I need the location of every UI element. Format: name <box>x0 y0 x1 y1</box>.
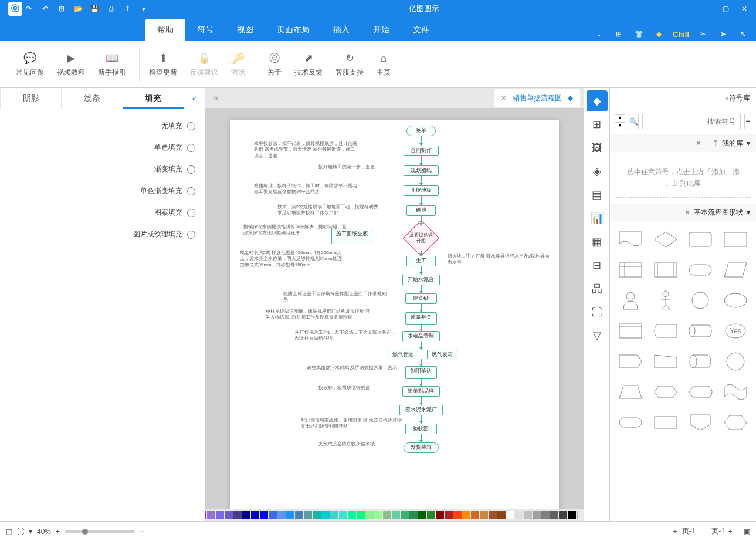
color-swatch[interactable] <box>383 511 391 519</box>
zoom-in[interactable]: + <box>56 528 60 536</box>
tool-text[interactable]: ▤ <box>587 184 608 205</box>
flow-node[interactable]: 验收图 <box>405 424 437 434</box>
flow-node[interactable]: 质量检查 <box>405 312 437 325</box>
color-swatch[interactable] <box>348 511 356 519</box>
color-swatch[interactable] <box>471 511 479 519</box>
flow-node[interactable]: 签单 <box>406 126 436 136</box>
color-swatch[interactable] <box>374 511 382 519</box>
shape-process[interactable] <box>721 227 750 252</box>
shape-circle[interactable] <box>686 288 716 313</box>
shape-card[interactable] <box>616 319 645 343</box>
color-swatch[interactable] <box>515 511 523 519</box>
tool-fill[interactable]: ◆ <box>587 90 608 111</box>
color-swatch[interactable] <box>489 511 497 519</box>
color-swatch[interactable] <box>321 511 330 519</box>
shape-predefined[interactable] <box>651 258 680 282</box>
color-swatch[interactable] <box>216 511 224 519</box>
flow-node[interactable]: 燃气表箱 <box>427 350 457 359</box>
color-swatch[interactable] <box>568 511 576 519</box>
ribbon-video[interactable]: ▶视频教程 <box>52 49 90 80</box>
grid-icon[interactable]: ⊞ <box>612 27 626 41</box>
flow-node[interactable]: 是否提供设计图 <box>408 225 434 251</box>
view-mode-icon[interactable]: ▣ <box>744 528 750 536</box>
pointer-icon[interactable]: ↖ <box>736 27 750 41</box>
shape-cylinder-h[interactable] <box>686 319 716 343</box>
search-button[interactable]: 🔍 <box>629 114 639 129</box>
color-swatch[interactable] <box>365 511 374 519</box>
tool-image[interactable]: 🖼 <box>587 137 608 158</box>
basic-toggle-icon[interactable]: ▾ <box>747 208 750 217</box>
chill-label[interactable]: Chill <box>674 27 688 41</box>
ribbon-faq[interactable]: 💬常见问题 <box>11 49 49 80</box>
color-swatch[interactable] <box>392 511 400 519</box>
flow-node[interactable]: 开始水泥台 <box>402 275 440 285</box>
color-swatch[interactable] <box>304 511 312 519</box>
fill-gradient[interactable]: 渐变填充 <box>6 158 199 180</box>
undo-icon[interactable]: ↶ <box>39 2 52 15</box>
fill-mono-gradient[interactable]: 单色渐变填充 <box>6 180 199 202</box>
color-swatch[interactable] <box>453 511 462 519</box>
flow-node[interactable]: 水电品管理 <box>402 331 440 341</box>
fill-solid[interactable]: 单色填充 <box>6 137 199 158</box>
color-swatch[interactable] <box>233 511 242 519</box>
export-icon[interactable]: ⤴ <box>121 2 134 15</box>
ribbon-update[interactable]: ⬆检查更新 <box>144 49 182 80</box>
search-up[interactable]: ▲ <box>615 114 625 121</box>
shape-hex[interactable] <box>721 410 750 435</box>
shape-document[interactable] <box>616 227 645 252</box>
color-swatch[interactable] <box>269 511 277 519</box>
shape-decision[interactable] <box>651 227 680 252</box>
shirt-icon[interactable]: 👕 <box>632 27 646 41</box>
color-swatch[interactable] <box>436 511 444 519</box>
color-swatch[interactable] <box>242 511 250 519</box>
print-icon[interactable]: ⎙ <box>104 2 117 15</box>
redo-icon[interactable]: ↷ <box>22 2 35 15</box>
color-swatch[interactable] <box>409 511 418 519</box>
color-swatch[interactable] <box>524 511 532 519</box>
shape-rect2[interactable] <box>651 410 680 435</box>
ribbon-activate[interactable]: 🔑激活 <box>226 49 250 80</box>
flow-node[interactable]: 规划图纸 <box>404 165 439 176</box>
new-icon[interactable]: ⊞ <box>55 2 68 15</box>
color-swatch[interactable] <box>533 511 541 519</box>
shape-yes[interactable]: Yes <box>721 319 750 343</box>
menu-insert[interactable]: 插入 <box>321 19 361 41</box>
shape-offpage[interactable] <box>686 410 716 435</box>
tool-expand[interactable]: ⛶ <box>587 302 608 323</box>
open-icon[interactable]: 📂 <box>72 2 84 15</box>
flow-node[interactable]: 合同制作 <box>404 146 439 156</box>
connector-icon[interactable]: ✂ <box>696 27 710 41</box>
flow-node[interactable]: 挖宽砂 <box>405 293 437 304</box>
shape-trap[interactable] <box>616 380 645 404</box>
tab-overflow-icon[interactable]: » <box>209 93 223 103</box>
minimize-button[interactable]: — <box>697 1 716 16</box>
flow-node[interactable]: 开挖地板 <box>404 185 439 196</box>
color-swatch[interactable] <box>339 511 347 519</box>
mylib-import-icon[interactable]: ⤒ <box>713 139 718 147</box>
color-swatch[interactable] <box>295 511 303 519</box>
fill-pattern[interactable]: 图案填充 <box>6 202 199 224</box>
color-swatch[interactable] <box>205 511 206 519</box>
search-input[interactable] <box>642 114 741 129</box>
color-swatch[interactable] <box>260 511 268 519</box>
collapse-right-icon[interactable]: » <box>184 88 205 109</box>
shape-drum[interactable] <box>686 349 716 374</box>
ribbon-feedback[interactable]: 🔒反馈建议 <box>185 49 223 80</box>
shape-manual[interactable] <box>651 349 680 374</box>
shape-ellipse[interactable] <box>721 288 750 313</box>
shape-loop[interactable] <box>651 380 680 404</box>
flow-node[interactable]: 出单制品样 <box>402 386 440 397</box>
tab-shadow[interactable]: 阴影 <box>0 88 61 109</box>
color-swatch[interactable] <box>357 511 365 519</box>
tool-present[interactable]: ▽ <box>587 325 608 346</box>
color-swatch[interactable] <box>550 511 558 519</box>
color-swatch[interactable] <box>445 511 453 519</box>
maximize-button[interactable]: ▢ <box>716 1 735 16</box>
menu-layout[interactable]: 页面布局 <box>265 19 321 41</box>
dropdown-icon[interactable]: ▾ <box>137 2 150 15</box>
arrow-down-icon[interactable]: ⌄ <box>592 27 606 41</box>
menu-symbol[interactable]: 符号 <box>185 19 225 41</box>
flow-node[interactable]: 砌池 <box>406 205 436 216</box>
fill-none[interactable]: 无填充 <box>6 115 199 137</box>
color-swatch[interactable] <box>541 511 550 519</box>
